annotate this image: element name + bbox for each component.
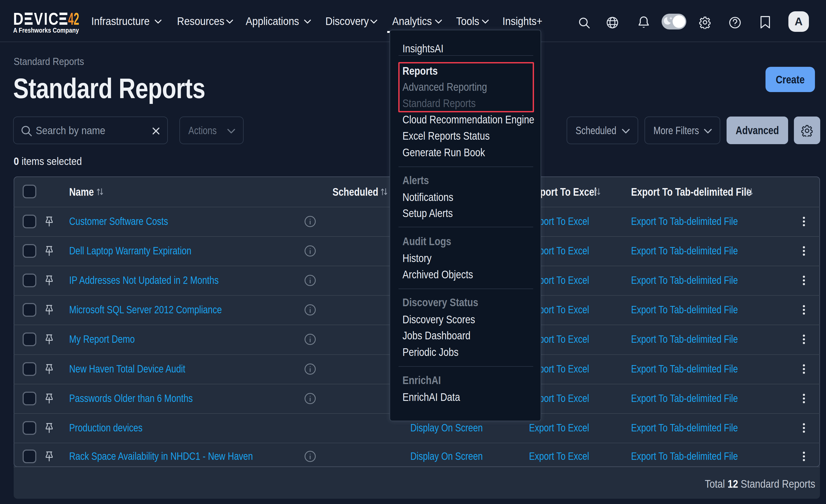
svg-text:V: V	[34, 13, 43, 28]
svg-text:42: 42	[68, 13, 79, 28]
svg-text:C: C	[48, 13, 58, 28]
svg-text:D: D	[13, 13, 23, 28]
svg-text:A Freshworks Company: A Freshworks Company	[13, 26, 79, 34]
svg-text:I: I	[44, 13, 48, 28]
